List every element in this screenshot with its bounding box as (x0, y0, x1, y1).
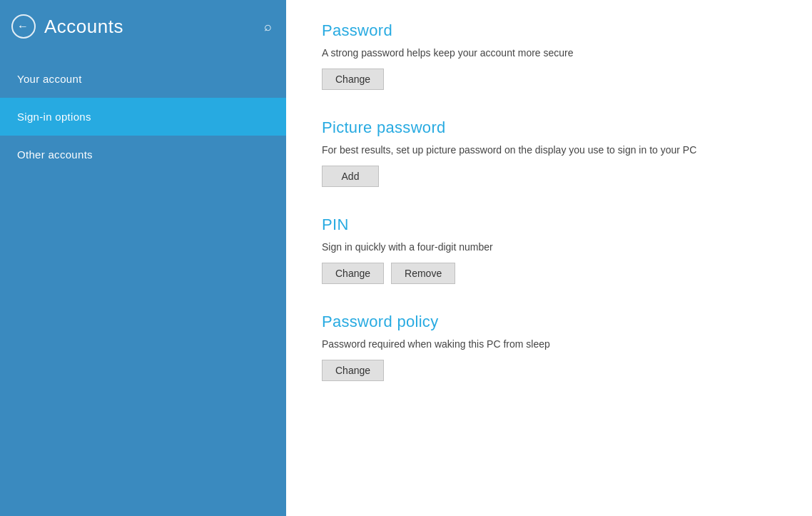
password-btn-row: Change (322, 69, 776, 90)
pin-change-button[interactable]: Change (322, 263, 384, 284)
search-icon[interactable]: ⌕ (261, 16, 275, 37)
pin-remove-button[interactable]: Remove (391, 263, 455, 284)
pin-btn-row: Change Remove (322, 263, 776, 284)
main-content: Password A strong password helps keep yo… (286, 0, 812, 516)
section-picture-password: Picture password For best results, set u… (322, 118, 776, 187)
password-policy-description: Password required when waking this PC fr… (322, 338, 776, 350)
section-pin: PIN Sign in quickly with a four-digit nu… (322, 216, 776, 284)
sidebar-item-other-accounts[interactable]: Other accounts (0, 136, 286, 173)
password-change-button[interactable]: Change (322, 69, 384, 90)
picture-password-description: For best results, set up picture passwor… (322, 144, 776, 156)
picture-password-add-button[interactable]: Add (322, 166, 379, 187)
pin-title: PIN (322, 216, 776, 234)
section-password: Password A strong password helps keep yo… (322, 21, 776, 90)
sidebar-header: ← Accounts ⌕ (0, 0, 286, 53)
picture-password-btn-row: Add (322, 166, 776, 187)
sidebar-nav: Your account Sign-in options Other accou… (0, 60, 286, 173)
password-policy-title: Password policy (322, 313, 776, 331)
pin-description: Sign in quickly with a four-digit number (322, 241, 776, 253)
password-title: Password (322, 21, 776, 40)
sidebar-header-left: ← Accounts (11, 14, 123, 39)
section-password-policy: Password policy Password required when w… (322, 313, 776, 381)
sidebar-item-your-account[interactable]: Your account (0, 60, 286, 98)
picture-password-title: Picture password (322, 118, 776, 137)
back-arrow-icon: ← (17, 21, 29, 32)
sidebar-title: Accounts (44, 16, 123, 38)
password-policy-btn-row: Change (322, 360, 776, 381)
password-policy-change-button[interactable]: Change (322, 360, 384, 381)
sidebar-item-sign-in-options[interactable]: Sign-in options (0, 98, 286, 136)
back-button[interactable]: ← (11, 14, 36, 39)
sidebar: ← Accounts ⌕ Your account Sign-in option… (0, 0, 286, 516)
password-description: A strong password helps keep your accoun… (322, 47, 776, 59)
